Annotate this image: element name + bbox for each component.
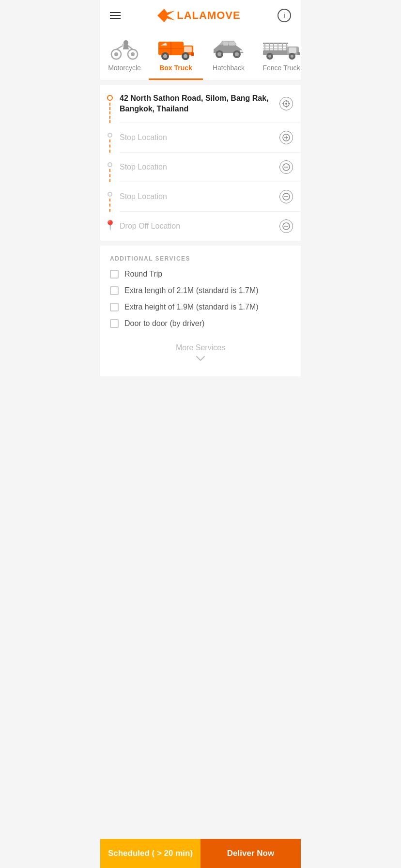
svg-rect-41 (297, 52, 300, 55)
fence-truck-icon (262, 37, 301, 61)
vehicle-fence-truck[interactable]: Fence Truck (254, 31, 301, 80)
more-services-label: More Services (110, 343, 291, 352)
svg-rect-19 (229, 42, 235, 46)
hatchback-icon (211, 37, 247, 61)
motorcycle-icon (109, 37, 139, 61)
svg-point-38 (268, 55, 271, 58)
stop3-row: Stop Location (100, 182, 301, 212)
svg-rect-28 (263, 43, 288, 44)
svg-rect-35 (263, 46, 288, 46)
stop1-dot (108, 133, 112, 138)
stop1-row: Stop Location (100, 123, 301, 153)
stop1-to-stop2-line (109, 140, 110, 153)
timeline-origin (100, 85, 120, 123)
info-button[interactable]: i (278, 9, 291, 22)
svg-point-21 (217, 52, 221, 56)
svg-point-40 (291, 55, 293, 58)
origin-row: 42 North Sathon Road, Silom, Bang Rak, B… (100, 85, 301, 123)
svg-rect-14 (191, 52, 194, 56)
stop3-placeholder: Stop Location (120, 192, 167, 201)
extra-height-checkbox[interactable] (110, 303, 119, 311)
destination-pin: 📍 (104, 219, 116, 231)
box-truck-label: Box Truck (159, 64, 192, 72)
svg-point-6 (123, 40, 128, 45)
stop3-dot (108, 192, 112, 197)
svg-rect-24 (240, 50, 243, 52)
logo: LALAMOVE (157, 9, 240, 22)
origin-target-button[interactable] (279, 97, 293, 110)
extra-length-label: Extra length of 2.1M (standard is 1.7M) (124, 286, 259, 295)
box-truck-icon (156, 37, 195, 61)
stop2-dot (108, 162, 112, 167)
service-extra-height: Extra height of 1.9M (standard is 1.7M) (110, 303, 291, 311)
stop2-row: Stop Location (100, 153, 301, 182)
svg-point-11 (163, 54, 167, 58)
door-to-door-checkbox[interactable] (110, 319, 119, 328)
stop2-to-stop3-line (109, 169, 110, 182)
svg-rect-9 (184, 46, 192, 52)
additional-services-title: ADDITIONAL SERVICES (110, 255, 291, 262)
origin-dot (107, 95, 113, 101)
timeline-stop3 (100, 182, 120, 212)
origin-address-text: 42 North Sathon Road, Silom, Bang Rak, B… (120, 93, 275, 115)
svg-point-23 (235, 52, 239, 56)
hatchback-label: Hatchback (213, 64, 245, 72)
destination-row: 📍 Drop Off Location (100, 212, 301, 241)
origin-address: 42 North Sathon Road, Silom, Bang Rak, B… (120, 94, 269, 113)
origin-to-stop1-line (109, 103, 110, 123)
stop1-add-button[interactable] (279, 131, 293, 144)
app-header: LALAMOVE i (100, 0, 301, 31)
additional-services-section: ADDITIONAL SERVICES Round Trip Extra len… (100, 246, 301, 376)
vehicle-motorcycle[interactable]: Motorcycle (100, 31, 149, 80)
svg-rect-27 (289, 47, 296, 53)
destination-text: Drop Off Location (120, 222, 275, 231)
door-to-door-label: Door to door (by driver) (124, 319, 204, 328)
timeline-destination: 📍 (100, 212, 120, 241)
logo-text: LALAMOVE (177, 9, 240, 22)
svg-point-4 (131, 52, 135, 56)
stop1-placeholder: Stop Location (120, 133, 167, 141)
motorcycle-label: Motorcycle (108, 64, 141, 72)
stop3-content[interactable]: Stop Location (120, 182, 301, 212)
round-trip-label: Round Trip (124, 270, 162, 279)
service-door-to-door: Door to door (by driver) (110, 319, 291, 328)
stop3-text: Stop Location (120, 192, 275, 201)
svg-point-13 (184, 54, 187, 58)
extra-height-label: Extra height of 1.9M (standard is 1.7M) (124, 303, 259, 311)
fence-truck-label: Fence Truck (262, 64, 300, 72)
vehicle-hatchback[interactable]: Hatchback (203, 31, 254, 80)
stop2-text: Stop Location (120, 163, 275, 171)
destination-placeholder: Drop Off Location (120, 222, 180, 230)
origin-content: 42 North Sathon Road, Silom, Bang Rak, B… (120, 85, 301, 123)
locations-section: 42 North Sathon Road, Silom, Bang Rak, B… (100, 85, 301, 241)
stop3-to-dest-line (109, 199, 110, 212)
svg-point-2 (114, 52, 118, 56)
stop3-remove-button[interactable] (279, 190, 293, 203)
svg-rect-36 (263, 48, 288, 49)
timeline-stop1 (100, 123, 120, 153)
stop1-text: Stop Location (120, 133, 275, 142)
service-round-trip: Round Trip (110, 270, 291, 279)
logo-icon (157, 9, 175, 22)
chevron-down-icon (110, 354, 291, 363)
stop2-content[interactable]: Stop Location (120, 153, 301, 182)
destination-remove-button[interactable] (279, 219, 293, 233)
destination-content[interactable]: Drop Off Location (120, 212, 301, 241)
extra-length-checkbox[interactable] (110, 286, 119, 295)
svg-rect-18 (223, 42, 228, 46)
svg-marker-0 (157, 9, 175, 22)
vehicle-box-truck[interactable]: Box Truck (149, 31, 203, 80)
stop1-content[interactable]: Stop Location (120, 123, 301, 153)
stop2-remove-button[interactable] (279, 160, 293, 174)
round-trip-checkbox[interactable] (110, 270, 119, 279)
service-extra-length: Extra length of 2.1M (standard is 1.7M) (110, 286, 291, 295)
stop2-placeholder: Stop Location (120, 163, 167, 171)
timeline-stop2 (100, 153, 120, 182)
svg-point-43 (285, 103, 287, 105)
vehicle-selector: Motorcycle (100, 31, 301, 80)
svg-rect-25 (263, 50, 288, 55)
menu-button[interactable] (110, 12, 121, 19)
more-services-button[interactable]: More Services (110, 336, 291, 367)
